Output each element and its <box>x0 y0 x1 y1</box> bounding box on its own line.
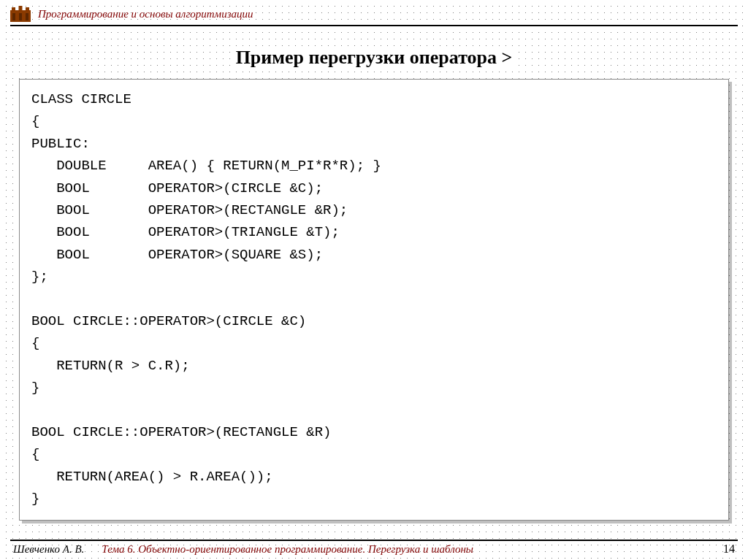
slide-container: Программирование и основы алгоритмизации… <box>0 0 748 560</box>
svg-rect-3 <box>26 13 28 20</box>
svg-rect-2 <box>19 13 22 20</box>
footer-page-number: 14 <box>723 542 735 556</box>
slide-title: Пример перегрузки оператора > <box>230 47 519 69</box>
code-content: class Circle { public: double Area() { r… <box>31 88 717 510</box>
svg-rect-6 <box>26 7 29 11</box>
footer-topic: Тема 6. Объектно-ориентированное програм… <box>102 543 706 556</box>
slide-footer: Шевченко А. В. Тема 6. Объектно-ориентир… <box>0 542 748 556</box>
code-box: class Circle { public: double Area() { r… <box>19 79 729 521</box>
header-divider <box>10 25 738 26</box>
course-title: Программирование и основы алгоритмизации <box>38 8 253 20</box>
slide-header: Программирование и основы алгоритмизации <box>10 6 738 23</box>
svg-rect-5 <box>19 6 23 11</box>
svg-rect-4 <box>12 7 15 11</box>
footer-author: Шевченко А. В. <box>13 543 84 556</box>
title-block: Пример перегрузки оператора > <box>10 47 738 69</box>
svg-rect-1 <box>12 13 15 20</box>
university-logo-icon <box>10 6 31 22</box>
footer-divider <box>10 540 738 541</box>
